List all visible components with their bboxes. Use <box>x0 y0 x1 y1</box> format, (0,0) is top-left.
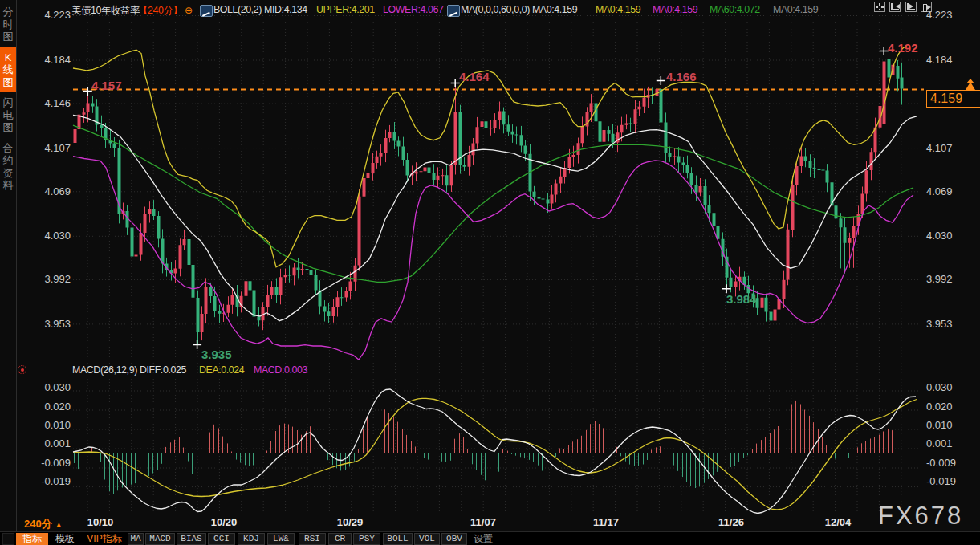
svg-text:4.157: 4.157 <box>91 79 122 92</box>
svg-text:4.166: 4.166 <box>666 70 697 83</box>
svg-text:3.984: 3.984 <box>726 292 757 306</box>
svg-text:4.192: 4.192 <box>888 41 918 55</box>
svg-text:4.164: 4.164 <box>459 70 490 83</box>
svg-text:3.935: 3.935 <box>201 348 232 361</box>
